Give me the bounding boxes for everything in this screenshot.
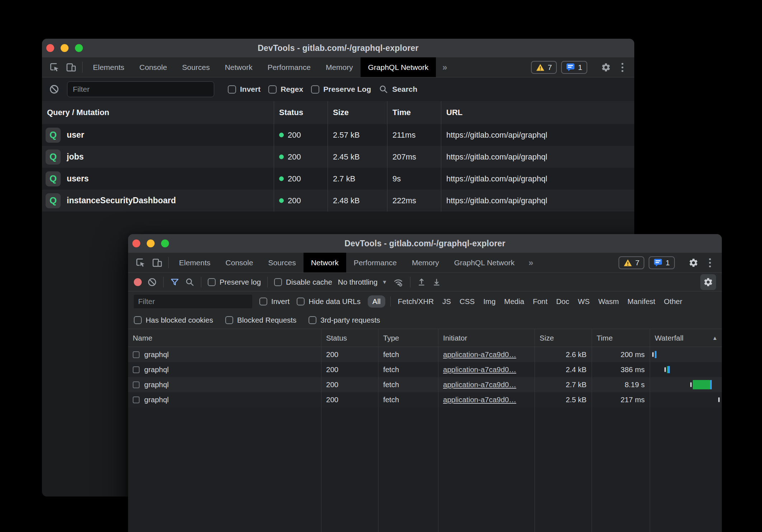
warnings-badge[interactable]: 7 bbox=[531, 61, 557, 74]
export-har-icon[interactable] bbox=[432, 277, 441, 287]
filter-input[interactable] bbox=[134, 295, 252, 308]
type-filter-media[interactable]: Media bbox=[502, 295, 526, 308]
inspect-element-button[interactable] bbox=[132, 253, 149, 272]
tab-sources[interactable]: Sources bbox=[261, 253, 304, 272]
tab-sources[interactable]: Sources bbox=[175, 57, 217, 77]
search-control[interactable]: Search bbox=[379, 85, 417, 94]
clear-icon[interactable] bbox=[49, 84, 59, 94]
row-checkbox[interactable] bbox=[133, 396, 140, 403]
type-filter-fetch-xhr[interactable]: Fetch/XHR bbox=[396, 295, 436, 308]
header-status[interactable]: Status bbox=[274, 101, 328, 124]
more-options-button[interactable] bbox=[705, 258, 715, 268]
regex-checkbox[interactable] bbox=[268, 85, 277, 94]
minimize-button[interactable] bbox=[61, 44, 69, 52]
initiator-link[interactable]: application-a7ca9d0… bbox=[443, 380, 516, 389]
close-button[interactable] bbox=[46, 44, 54, 52]
preserve-log-checkbox[interactable] bbox=[311, 85, 319, 94]
type-filter-css[interactable]: CSS bbox=[457, 295, 477, 308]
tab-graphql-network[interactable]: GraphQL Network bbox=[447, 253, 522, 272]
zoom-button[interactable] bbox=[161, 239, 169, 247]
waterfall-cell[interactable] bbox=[650, 377, 722, 392]
header-size[interactable]: Size bbox=[535, 329, 592, 347]
device-toolbar-button[interactable] bbox=[63, 57, 79, 77]
header-url[interactable]: URL bbox=[441, 101, 634, 124]
header-time[interactable]: Time bbox=[387, 101, 441, 124]
request-row[interactable]: graphql 200 fetch application-a7ca9d0… 2… bbox=[128, 377, 722, 392]
has-blocked-cookies-checkbox[interactable] bbox=[134, 316, 142, 324]
network-settings-button[interactable] bbox=[700, 274, 716, 290]
tab-graphql-network[interactable]: GraphQL Network bbox=[361, 57, 436, 77]
minimize-button[interactable] bbox=[147, 239, 155, 247]
regex-checkbox-control[interactable]: Regex bbox=[268, 85, 303, 94]
waterfall-cell[interactable] bbox=[650, 392, 722, 407]
type-filter-other[interactable]: Other bbox=[662, 295, 685, 308]
record-button[interactable] bbox=[134, 278, 142, 286]
tab-network[interactable]: Network bbox=[304, 253, 346, 272]
table-row[interactable]: Q jobs 200 2.45 kB 207ms https://gitlab.… bbox=[42, 146, 634, 168]
header-query-mutation[interactable]: Query / Mutation bbox=[42, 101, 274, 124]
filter-funnel-icon[interactable] bbox=[170, 277, 179, 287]
titlebar[interactable]: DevTools - gitlab.com/-/graphql-explorer bbox=[42, 39, 634, 57]
zoom-button[interactable] bbox=[75, 44, 83, 52]
request-row[interactable]: graphql 200 fetch application-a7ca9d0… 2… bbox=[128, 347, 722, 362]
header-initiator[interactable]: Initiator bbox=[438, 329, 535, 347]
type-filter-doc[interactable]: Doc bbox=[554, 295, 571, 308]
third-party-requests-control[interactable]: 3rd-party requests bbox=[309, 316, 380, 324]
waterfall-cell[interactable] bbox=[650, 347, 722, 362]
clear-icon[interactable] bbox=[147, 277, 157, 287]
more-tabs-button[interactable]: » bbox=[522, 253, 539, 272]
network-conditions-icon[interactable] bbox=[393, 277, 404, 287]
header-time[interactable]: Time bbox=[592, 329, 650, 347]
type-filter-wasm[interactable]: Wasm bbox=[596, 295, 621, 308]
tab-performance[interactable]: Performance bbox=[346, 253, 404, 272]
disable-cache-checkbox[interactable] bbox=[274, 278, 282, 286]
invert-checkbox-control[interactable]: Invert bbox=[228, 85, 260, 94]
blocked-requests-checkbox[interactable] bbox=[225, 316, 233, 324]
tab-elements[interactable]: Elements bbox=[85, 57, 132, 77]
tab-memory[interactable]: Memory bbox=[404, 253, 447, 272]
titlebar[interactable]: DevTools - gitlab.com/-/graphql-explorer bbox=[128, 234, 722, 253]
type-filter-ws[interactable]: WS bbox=[576, 295, 592, 308]
issues-badge[interactable]: 1 bbox=[561, 61, 587, 74]
preserve-log-control[interactable]: Preserve log bbox=[208, 278, 261, 286]
type-filter-img[interactable]: Img bbox=[481, 295, 498, 308]
header-name[interactable]: Name bbox=[128, 329, 321, 347]
warnings-badge[interactable]: 7 bbox=[618, 256, 645, 269]
preserve-log-checkbox[interactable] bbox=[208, 278, 216, 286]
table-row[interactable]: Q users 200 2.7 kB 9s https://gitlab.com… bbox=[42, 168, 634, 190]
table-row[interactable]: Q instanceSecurityDashboard 200 2.48 kB … bbox=[42, 190, 634, 212]
close-button[interactable] bbox=[132, 239, 140, 247]
tab-elements[interactable]: Elements bbox=[171, 253, 218, 272]
waterfall-cell[interactable] bbox=[650, 362, 722, 377]
header-status[interactable]: Status bbox=[321, 329, 378, 347]
has-blocked-cookies-control[interactable]: Has blocked cookies bbox=[134, 316, 213, 324]
invert-checkbox[interactable] bbox=[228, 85, 236, 94]
type-filter-font[interactable]: Font bbox=[531, 295, 550, 308]
type-filter-manifest[interactable]: Manifest bbox=[625, 295, 657, 308]
preserve-log-checkbox-control[interactable]: Preserve Log bbox=[311, 85, 371, 94]
hide-data-urls-checkbox[interactable] bbox=[297, 298, 305, 305]
more-tabs-button[interactable]: » bbox=[436, 57, 453, 77]
type-filter-js[interactable]: JS bbox=[440, 295, 453, 308]
disable-cache-control[interactable]: Disable cache bbox=[274, 278, 332, 286]
header-type[interactable]: Type bbox=[378, 329, 438, 347]
table-row[interactable]: Q user 200 2.57 kB 211ms https://gitlab.… bbox=[42, 124, 634, 146]
search-icon[interactable] bbox=[185, 277, 194, 287]
invert-checkbox[interactable] bbox=[259, 298, 267, 305]
row-checkbox[interactable] bbox=[133, 351, 140, 358]
filter-input[interactable] bbox=[67, 81, 214, 97]
header-waterfall[interactable]: Waterfall ▲ bbox=[650, 329, 722, 347]
import-har-icon[interactable] bbox=[417, 277, 426, 287]
initiator-link[interactable]: application-a7ca9d0… bbox=[443, 395, 516, 404]
blocked-requests-control[interactable]: Blocked Requests bbox=[225, 316, 296, 324]
type-filter-all[interactable]: All bbox=[368, 295, 385, 308]
throttling-dropdown[interactable]: No throttling ▼ bbox=[338, 278, 387, 286]
request-row[interactable]: graphql 200 fetch application-a7ca9d0… 2… bbox=[128, 362, 722, 377]
row-checkbox[interactable] bbox=[133, 381, 140, 388]
row-checkbox[interactable] bbox=[133, 366, 140, 373]
inspect-element-button[interactable] bbox=[46, 57, 63, 77]
settings-button[interactable] bbox=[599, 62, 613, 72]
third-party-requests-checkbox[interactable] bbox=[309, 316, 316, 324]
tab-network[interactable]: Network bbox=[217, 57, 260, 77]
invert-control[interactable]: Invert bbox=[259, 297, 290, 306]
